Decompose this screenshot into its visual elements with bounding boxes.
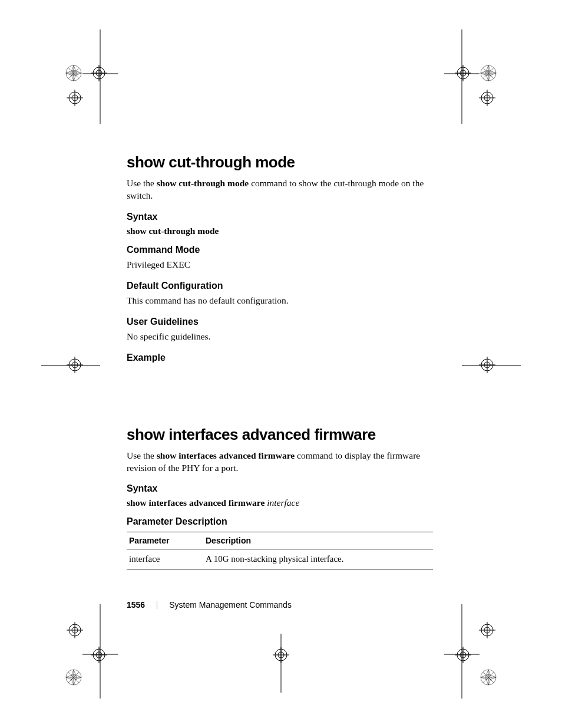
userg-body: No specific guidelines. xyxy=(127,331,433,343)
intro-cmd: show cut-through mode xyxy=(157,178,249,188)
reg-mark-bc xyxy=(273,647,289,663)
star-mark-bottom-left xyxy=(65,669,82,686)
reg-mark-tl1 xyxy=(91,65,107,81)
reg-mark-mr xyxy=(479,357,495,373)
userg-heading: User Guidelines xyxy=(127,317,433,327)
reg-mark-br2 xyxy=(479,622,495,638)
footer-divider xyxy=(157,601,157,609)
syntax-body: show cut-through mode xyxy=(127,226,433,236)
reg-mark-tl2 xyxy=(67,90,83,106)
crop-mark-bottom-center xyxy=(263,634,299,693)
syntax2-arg: interface xyxy=(267,498,299,508)
cmdmode-heading: Command Mode xyxy=(127,245,433,255)
reg-mark-bl1 xyxy=(91,647,107,663)
page-content: show cut-through mode Use the show cut-t… xyxy=(127,153,433,569)
paramdesc-heading: Parameter Description xyxy=(127,516,433,527)
reg-mark-bl2 xyxy=(67,622,83,638)
param-table: Parameter Description interface A 10G no… xyxy=(127,532,433,569)
footer-section: System Management Commands xyxy=(169,600,292,610)
table-row: interface A 10G non-stacking physical in… xyxy=(127,549,433,569)
syntax2-cmd: show interfaces advanced firmware xyxy=(127,498,265,508)
star-mark-top-right xyxy=(480,65,497,81)
page-footer: 1556 System Management Commands xyxy=(127,600,292,610)
intro2-cmd: show interfaces advanced firmware xyxy=(157,450,295,460)
page-number: 1556 xyxy=(127,600,145,610)
param-desc: A 10G non-stacking physical interface. xyxy=(203,549,433,569)
syntax2-body: show interfaces advanced firmware interf… xyxy=(127,498,433,508)
reg-mark-ml xyxy=(67,357,83,373)
cmdmode-body: Privileged EXEC xyxy=(127,259,433,271)
syntax-heading: Syntax xyxy=(127,212,433,222)
intro2-prefix: Use the xyxy=(127,450,157,460)
syntax2-heading: Syntax xyxy=(127,483,433,494)
table-header-row: Parameter Description xyxy=(127,532,433,549)
section2-intro: Use the show interfaces advanced firmwar… xyxy=(127,450,433,475)
star-mark-bottom-right xyxy=(480,669,497,686)
defcfg-body: This command has no default configuratio… xyxy=(127,295,433,307)
defcfg-heading: Default Configuration xyxy=(127,281,433,291)
section1-title: show cut-through mode xyxy=(127,153,433,172)
star-mark-top-left xyxy=(65,65,82,81)
example-heading: Example xyxy=(127,353,433,363)
reg-mark-tr2 xyxy=(479,90,495,106)
col-parameter: Parameter xyxy=(127,532,203,549)
param-name: interface xyxy=(127,549,203,569)
reg-mark-br1 xyxy=(455,647,471,663)
reg-mark-tr1 xyxy=(455,65,471,81)
col-description: Description xyxy=(203,532,433,549)
section2-title: show interfaces advanced firmware xyxy=(127,426,433,444)
section1-intro: Use the show cut-through mode command to… xyxy=(127,177,433,202)
intro-prefix: Use the xyxy=(127,178,157,188)
